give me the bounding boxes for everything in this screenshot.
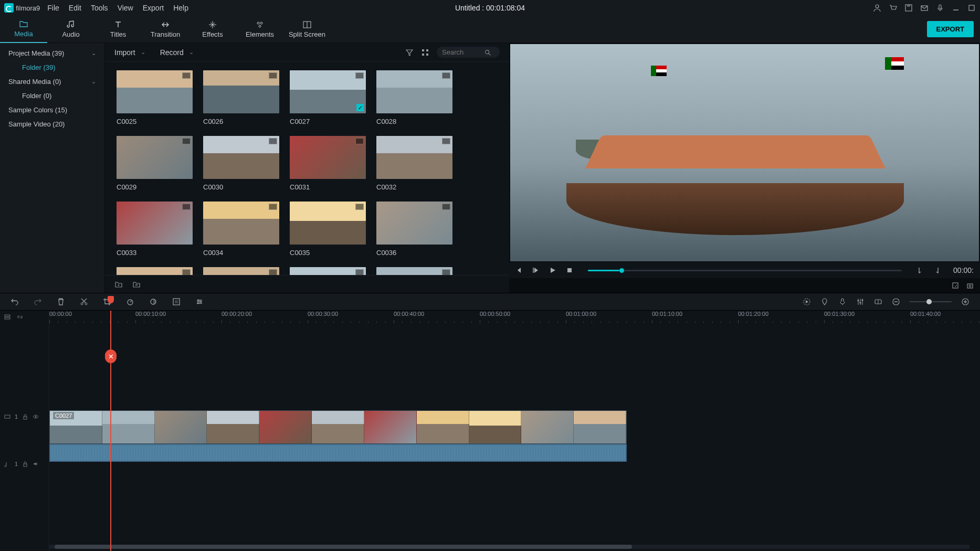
- delete-folder-icon[interactable]: [132, 280, 141, 289]
- clip-thumbnail[interactable]: [290, 267, 366, 275]
- speed-icon[interactable]: [126, 298, 134, 306]
- playhead-handle[interactable]: [108, 296, 114, 303]
- mic-icon[interactable]: [936, 4, 944, 12]
- media-clip[interactable]: C0034: [203, 202, 279, 257]
- adjust-icon[interactable]: [195, 298, 204, 306]
- timeline-ruler[interactable]: 00:00:0000:00:10:0000:00:20:0000:00:30:0…: [49, 311, 980, 325]
- mark-in-icon[interactable]: [916, 267, 924, 274]
- search-input[interactable]: [437, 47, 500, 58]
- zoom-out-icon[interactable]: [892, 298, 900, 306]
- media-clip[interactable]: C0028: [376, 70, 452, 125]
- clip-thumbnail[interactable]: ✓: [290, 70, 366, 113]
- clip-thumbnail[interactable]: [290, 136, 366, 179]
- menu-help[interactable]: Help: [173, 4, 188, 12]
- lock-icon[interactable]: [22, 461, 28, 467]
- voiceover-icon[interactable]: [838, 298, 847, 306]
- play-button-icon[interactable]: [549, 267, 556, 274]
- menu-view[interactable]: View: [118, 4, 133, 12]
- fullscreen-icon[interactable]: [952, 282, 959, 289]
- zoom-slider[interactable]: [910, 301, 952, 302]
- clip-thumbnail[interactable]: [290, 202, 366, 245]
- track-manage-icon[interactable]: [4, 314, 10, 320]
- filter-icon[interactable]: [405, 48, 414, 57]
- new-folder-icon[interactable]: [114, 280, 123, 289]
- import-dropdown[interactable]: Import⌄: [114, 48, 145, 57]
- mixer-icon[interactable]: [856, 298, 865, 306]
- media-clip[interactable]: C0036: [376, 202, 452, 257]
- prev-frame-icon[interactable]: [515, 267, 523, 274]
- sidebar-sample-video[interactable]: Sample Video (20): [0, 117, 104, 131]
- menu-file[interactable]: File: [47, 4, 59, 12]
- clip-thumbnail[interactable]: [376, 202, 452, 245]
- clip-thumbnail[interactable]: [203, 267, 279, 275]
- color-icon[interactable]: [149, 298, 157, 306]
- media-clip[interactable]: ✓C0027: [290, 70, 366, 125]
- preview-video[interactable]: [510, 44, 979, 261]
- render-icon[interactable]: [803, 298, 811, 306]
- clip-thumbnail[interactable]: [117, 136, 193, 179]
- menu-tools[interactable]: Tools: [91, 4, 108, 12]
- speaker-icon[interactable]: [33, 461, 39, 467]
- stop-icon[interactable]: [566, 267, 573, 274]
- menu-edit[interactable]: Edit: [69, 4, 81, 12]
- sidebar-project-media[interactable]: Project Media (39)⌄: [0, 46, 104, 60]
- sidebar-shared-media[interactable]: Shared Media (0)⌄: [0, 75, 104, 89]
- media-clip[interactable]: C0029: [117, 136, 193, 191]
- snapshot-icon[interactable]: [966, 282, 974, 289]
- marker-icon[interactable]: [820, 298, 829, 306]
- tab-splitscreen[interactable]: Split Screen: [283, 16, 331, 43]
- media-clip[interactable]: C0038: [203, 267, 279, 275]
- media-clip[interactable]: C0031: [290, 136, 366, 191]
- play-icon[interactable]: [532, 267, 540, 274]
- media-clip[interactable]: C0032: [376, 136, 452, 191]
- grid-view-icon[interactable]: [421, 48, 429, 57]
- sidebar-folder[interactable]: Folder (0): [0, 89, 104, 103]
- clip-thumbnail[interactable]: [376, 70, 452, 113]
- playhead[interactable]: ✕: [110, 311, 111, 551]
- link-icon[interactable]: [17, 314, 23, 320]
- account-icon[interactable]: [873, 4, 881, 12]
- media-clip[interactable]: C0040: [376, 267, 452, 275]
- timeline-tracks[interactable]: C0027 ✕: [49, 325, 980, 551]
- redo-icon[interactable]: [34, 298, 42, 306]
- timeline-scrollbar[interactable]: [49, 545, 970, 549]
- export-button[interactable]: EXPORT: [927, 21, 974, 37]
- search-field[interactable]: [442, 48, 484, 56]
- zoom-in-icon[interactable]: [961, 298, 970, 306]
- audio-track-header[interactable]: 1: [4, 461, 39, 467]
- undo-icon[interactable]: [10, 298, 19, 306]
- clip-thumbnail[interactable]: [203, 70, 279, 113]
- clip-thumbnail[interactable]: [376, 267, 452, 275]
- cut-icon[interactable]: [80, 298, 88, 306]
- cart-icon[interactable]: [889, 4, 897, 12]
- eye-icon[interactable]: [33, 414, 39, 420]
- greenscreen-icon[interactable]: [172, 298, 181, 306]
- tab-elements[interactable]: Elements: [236, 16, 283, 43]
- delete-icon[interactable]: [57, 298, 65, 306]
- clip-thumbnail[interactable]: [117, 70, 193, 113]
- menu-export[interactable]: Export: [143, 4, 164, 12]
- media-clip[interactable]: C0025: [117, 70, 193, 125]
- maximize-icon[interactable]: [967, 4, 976, 12]
- clip-thumbnail[interactable]: [117, 267, 193, 275]
- playhead-close-icon[interactable]: ✕: [105, 349, 117, 363]
- media-clip[interactable]: C0033: [117, 202, 193, 257]
- record-dropdown[interactable]: Record⌄: [160, 48, 194, 57]
- lock-icon[interactable]: [22, 414, 28, 420]
- minimize-icon[interactable]: [952, 4, 960, 12]
- clip-thumbnail[interactable]: [376, 136, 452, 179]
- audio-clip[interactable]: [49, 444, 627, 462]
- mark-out-icon[interactable]: [933, 267, 941, 274]
- clip-thumbnail[interactable]: [117, 202, 193, 245]
- clip-thumbnail[interactable]: [203, 136, 279, 179]
- media-clip[interactable]: C0039: [290, 267, 366, 275]
- video-track-header[interactable]: 1: [4, 414, 39, 420]
- tab-transition[interactable]: Transition: [142, 16, 189, 43]
- tab-media[interactable]: Media: [0, 16, 47, 43]
- keyframe-icon[interactable]: [874, 298, 882, 306]
- tab-titles[interactable]: Titles: [94, 16, 142, 43]
- media-clip[interactable]: C0035: [290, 202, 366, 257]
- tab-effects[interactable]: Effects: [189, 16, 236, 43]
- media-clip[interactable]: C0037: [117, 267, 193, 275]
- save-icon[interactable]: [904, 4, 913, 12]
